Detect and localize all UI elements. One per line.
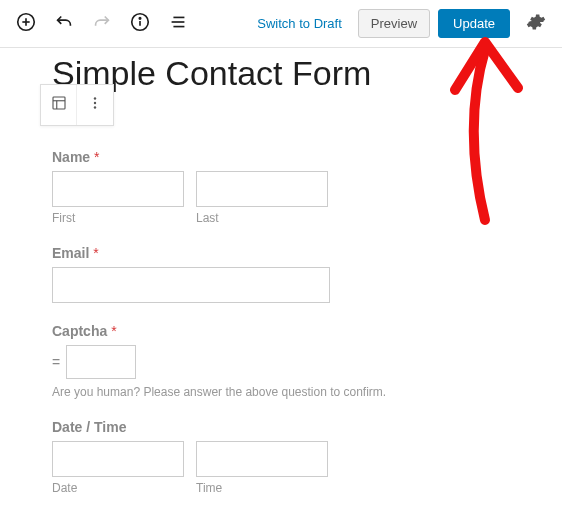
switch-to-draft-link[interactable]: Switch to Draft bbox=[249, 16, 350, 31]
form-block-icon bbox=[50, 94, 68, 116]
block-more-button[interactable] bbox=[77, 85, 113, 125]
form-preview: Name * First Last Email * Captcha * bbox=[40, 137, 538, 495]
more-vertical-icon bbox=[86, 94, 104, 116]
undo-button[interactable] bbox=[46, 6, 82, 42]
add-block-button[interactable] bbox=[8, 6, 44, 42]
first-sublabel: First bbox=[52, 211, 184, 225]
page-title[interactable]: Simple Contact Form bbox=[52, 54, 538, 93]
time-sublabel: Time bbox=[196, 481, 328, 495]
preview-button[interactable]: Preview bbox=[358, 9, 430, 38]
date-input[interactable] bbox=[52, 441, 184, 477]
last-name-input[interactable] bbox=[196, 171, 328, 207]
name-label-text: Name bbox=[52, 149, 90, 165]
captcha-equals: = bbox=[52, 354, 60, 370]
gear-icon bbox=[526, 12, 546, 36]
redo-button[interactable] bbox=[84, 6, 120, 42]
required-mark: * bbox=[93, 245, 98, 261]
field-email: Email * bbox=[52, 245, 538, 303]
last-sublabel: Last bbox=[196, 211, 328, 225]
info-button[interactable] bbox=[122, 6, 158, 42]
datetime-label-text: Date / Time bbox=[52, 419, 126, 435]
captcha-help-text: Are you human? Please answer the above q… bbox=[52, 385, 538, 399]
topbar-right-tools: Switch to Draft Preview Update bbox=[249, 6, 554, 42]
redo-icon bbox=[91, 11, 113, 36]
datetime-label: Date / Time bbox=[52, 419, 538, 435]
editor-topbar: Switch to Draft Preview Update bbox=[0, 0, 562, 48]
name-label: Name * bbox=[52, 149, 538, 165]
email-label-text: Email bbox=[52, 245, 89, 261]
captcha-label-text: Captcha bbox=[52, 323, 107, 339]
time-input[interactable] bbox=[196, 441, 328, 477]
block-type-button[interactable] bbox=[41, 85, 77, 125]
field-captcha: Captcha * = Are you human? Please answer… bbox=[52, 323, 538, 399]
update-button[interactable]: Update bbox=[438, 9, 510, 38]
required-mark: * bbox=[94, 149, 99, 165]
undo-icon bbox=[53, 11, 75, 36]
required-mark: * bbox=[111, 323, 116, 339]
svg-point-13 bbox=[94, 102, 96, 104]
email-input[interactable] bbox=[52, 267, 330, 303]
settings-button[interactable] bbox=[518, 6, 554, 42]
first-name-input[interactable] bbox=[52, 171, 184, 207]
field-name: Name * First Last bbox=[52, 149, 538, 225]
svg-rect-9 bbox=[53, 97, 65, 109]
svg-point-12 bbox=[94, 97, 96, 99]
svg-point-5 bbox=[139, 18, 140, 19]
svg-point-14 bbox=[94, 106, 96, 108]
block-toolbar bbox=[40, 84, 114, 126]
list-icon bbox=[167, 11, 189, 36]
email-label: Email * bbox=[52, 245, 538, 261]
info-icon bbox=[129, 11, 151, 36]
captcha-label: Captcha * bbox=[52, 323, 538, 339]
topbar-left-tools bbox=[8, 6, 196, 42]
field-datetime: Date / Time Date Time bbox=[52, 419, 538, 495]
outline-button[interactable] bbox=[160, 6, 196, 42]
editor-canvas: Simple Contact Form Name * First bbox=[0, 54, 562, 495]
captcha-input[interactable] bbox=[66, 345, 136, 379]
date-sublabel: Date bbox=[52, 481, 184, 495]
plus-circle-icon bbox=[15, 11, 37, 36]
